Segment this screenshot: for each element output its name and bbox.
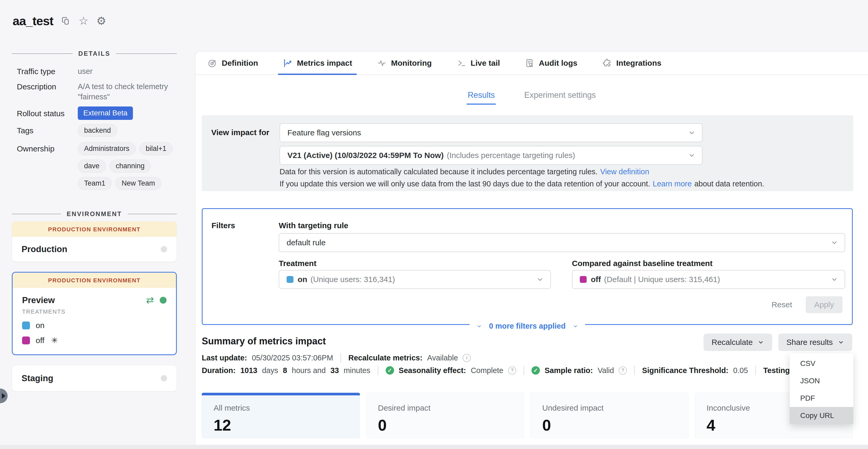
tags-label: Tags [17,124,78,137]
tab-label: Definition [222,59,258,67]
last-update-value: 05/30/2025 03:57:06PM [252,354,333,362]
treatment-dropdown[interactable]: on (Unique users: 316,341) [279,270,551,289]
targeting-rule-value: default rule [287,238,326,247]
environment-list: PRODUCTION ENVIRONMENT Production PRODUC… [12,221,177,401]
summary-meta-line2: Duration: 1013 days 8 hours and 33 minut… [202,366,840,375]
subtab-bar: Results Experiment settings [195,76,868,115]
star-icon[interactable]: ☆ [79,16,89,27]
recalc-metrics-value: Available [427,354,458,362]
owner-pill: channing [110,159,151,173]
ownership-label: Ownership [17,142,78,190]
duration-days-value: 1013 [240,366,257,375]
treatment-off-label: off [36,336,44,345]
puzzle-icon [602,58,612,68]
more-filters-label: 0 more filters applied [489,322,566,330]
learn-more-link[interactable]: Learn more [653,180,692,188]
divider [634,366,635,375]
line-chart-icon [283,58,293,68]
apply-button[interactable]: Apply [806,296,842,313]
owner-pill: New Team [115,177,161,190]
menu-item-copy-url[interactable]: Copy URL [790,407,853,424]
status-dot [161,375,167,382]
last-update-label: Last update: [202,354,247,362]
tab-label: Metrics impact [297,59,352,67]
reset-button[interactable]: Reset [772,300,792,309]
significance-label: Significance Threshold: [642,366,728,375]
treatment-off-swatch [580,276,587,283]
frozen-icon: ✳ [51,336,58,345]
filters-panel: Filters With targeting rule default rule… [202,208,853,325]
tab-bar: Definition Metrics impact Monitoring [195,52,868,75]
chevron-down-icon [572,323,578,329]
sidebar: aa_test ☆ ⚙ DETAILS Traffic type user De… [0,0,195,449]
version-dropdown[interactable]: V21 (Active) (10/03/2022 04:59PM To Now)… [280,146,703,165]
treatment-on-swatch [287,276,293,283]
env-card-production[interactable]: PRODUCTION ENVIRONMENT Production [12,221,177,262]
sidebar-collapse-handle[interactable] [0,389,8,403]
divider-line [116,53,177,54]
recalc-metrics-label: Recalculate metrics: [348,354,423,362]
card-undesired-impact[interactable]: Undesired impact 0 [530,393,688,438]
subtab-experiment-settings[interactable]: Experiment settings [524,90,596,100]
production-env-banner: PRODUCTION ENVIRONMENT [12,221,177,237]
share-results-button[interactable]: Share results [778,334,852,351]
recalculate-button[interactable]: Recalculate [704,334,772,351]
baseline-note: (Default | Unique users: 315,461) [604,275,720,284]
gear-icon[interactable]: ⚙ [96,16,106,27]
tab-live-tail[interactable]: Live tail [456,52,500,74]
menu-item-pdf[interactable]: PDF [790,390,853,407]
card-value: 0 [378,416,513,434]
tab-metrics-impact[interactable]: Metrics impact [283,52,352,74]
traffic-type-value: user [78,66,175,76]
description-label: Description [17,82,78,102]
divider [340,353,341,362]
env-card-staging[interactable]: Staging [12,365,177,391]
chevron-down-icon [757,339,764,346]
treatment-off-swatch [22,336,30,345]
divider-line [12,214,61,214]
version-note: (Includes percentage targeting rules) [447,151,575,160]
view-definition-link[interactable]: View definition [600,168,649,176]
tab-monitoring[interactable]: Monitoring [377,52,432,74]
subtab-results[interactable]: Results [468,90,495,100]
share-results-label: Share results [786,338,833,347]
tag-pill: backend [78,124,117,137]
baseline-value: off [591,275,601,284]
divider [755,366,756,375]
owner-pill: dave [78,159,106,173]
tab-definition[interactable]: Definition [208,52,258,74]
details-panel: Traffic type user Description A/A test t… [17,66,175,190]
duration-hours-value: 8 [283,366,287,375]
impact-type-value: Feature flag versions [287,128,361,137]
copy-icon[interactable] [61,16,71,26]
chevron-down-icon [688,151,696,159]
more-filters-toggle[interactable]: 0 more filters applied [469,322,585,330]
environment-heading: ENVIRONMENT [67,210,122,218]
chevron-down-icon [831,275,838,283]
chevron-down-icon [688,129,696,137]
info-icon[interactable]: i [463,354,471,362]
help-icon[interactable]: ? [619,366,627,375]
pulse-icon [377,58,387,68]
chevron-down-icon [476,323,482,329]
env-card-preview[interactable]: PRODUCTION ENVIRONMENT Preview ⇄ TREATME… [12,272,177,355]
card-all-metrics[interactable]: All metrics 12 [202,393,360,438]
help-icon[interactable]: ? [508,366,516,375]
menu-item-json[interactable]: JSON [790,372,853,390]
targeting-rule-label: With targeting rule [279,221,348,230]
impact-type-dropdown[interactable]: Feature flag versions [280,123,703,142]
treatment-on-row: on [22,321,166,330]
tab-audit-logs[interactable]: Audit logs [525,52,578,74]
tab-integrations[interactable]: Integrations [602,52,661,74]
env-name: Production [22,244,67,254]
card-desired-impact[interactable]: Desired impact 0 [366,393,524,438]
details-heading: DETAILS [78,50,110,57]
rollout-status-row: Rollout status External Beta [17,107,175,120]
view-impact-section: View impact for Feature flag versions V2… [202,115,853,191]
check-circle-icon: ✓ [386,366,394,375]
targeting-rule-dropdown[interactable]: default rule [279,233,845,252]
horizontal-scrollbar[interactable] [0,445,868,449]
menu-item-csv[interactable]: CSV [790,355,853,372]
baseline-dropdown[interactable]: off (Default | Unique users: 315,461) [572,270,845,289]
treatment-value: on [298,275,307,284]
